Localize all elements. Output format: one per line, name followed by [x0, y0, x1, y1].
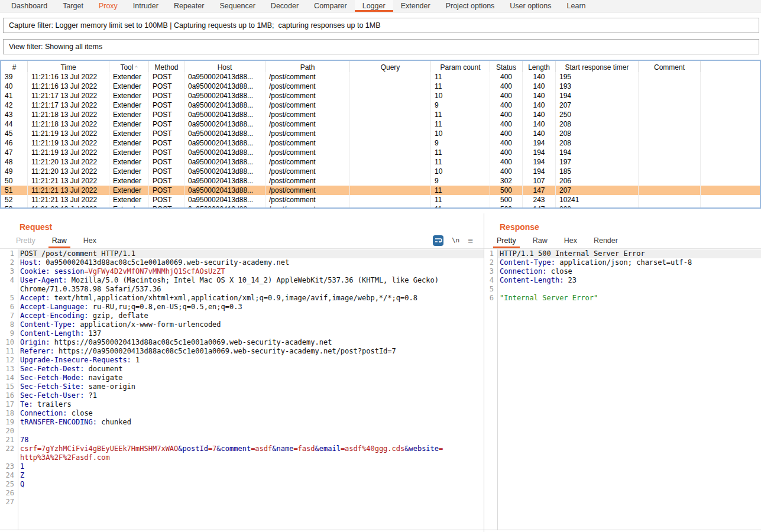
- column-header-method[interactable]: Method: [149, 61, 184, 73]
- cell-param-count: 10: [431, 167, 490, 176]
- request-tab-pretty[interactable]: Pretty: [12, 232, 39, 248]
- cell-comment: [639, 82, 701, 91]
- line-number: 6: [484, 294, 497, 303]
- cell-tool: Extender: [109, 129, 149, 138]
- column-header-query[interactable]: Query: [350, 61, 431, 73]
- response-tab-render[interactable]: Render: [590, 232, 621, 248]
- top-tab-decoder[interactable]: Decoder: [263, 0, 306, 12]
- cell-time: 11:21:17 13 Jul 2022: [28, 100, 109, 110]
- column-header-time[interactable]: Time: [28, 61, 109, 73]
- editor-line: 18Connection: close: [0, 409, 484, 418]
- cell-path: /post/comment: [265, 82, 350, 91]
- column-header-path[interactable]: Path: [265, 61, 350, 73]
- top-tab-learn[interactable]: Learn: [559, 0, 594, 12]
- column-header-status[interactable]: Status: [490, 61, 523, 73]
- request-editor[interactable]: 1POST /post/comment HTTP/1.12Host: 0a950…: [0, 249, 484, 530]
- table-row[interactable]: 4411:21:18 13 Jul 2022ExtenderPOST0a9500…: [1, 119, 760, 129]
- top-tab-comparer[interactable]: Comparer: [306, 0, 355, 12]
- column-header-comment[interactable]: Comment: [639, 61, 701, 73]
- capture-filter-bar[interactable]: Capture filter: Logger memory limit set …: [3, 18, 759, 33]
- table-row[interactable]: 4911:21:20 13 Jul 2022ExtenderPOST0a9500…: [1, 167, 760, 176]
- view-filter-bar[interactable]: View filter: Showing all items: [3, 39, 759, 54]
- editor-line: 27: [0, 498, 484, 507]
- cell-status: 400: [490, 129, 523, 138]
- column-header-param-count[interactable]: Param count: [431, 61, 490, 73]
- response-tab-raw[interactable]: Raw: [529, 232, 551, 248]
- table-row[interactable]: 4211:21:17 13 Jul 2022ExtenderPOST0a9500…: [1, 100, 760, 110]
- cell-start-response-timer: 208: [556, 129, 639, 138]
- table-row[interactable]: 5211:21:21 13 Jul 2022ExtenderPOST0a9500…: [1, 195, 760, 205]
- table-row[interactable]: 5311:21:22 13 Jul 2022ExtenderPOST0a9500…: [1, 205, 760, 209]
- editor-line: 15Sec-Fetch-Site: same-origin: [0, 382, 484, 391]
- top-tab-user-options[interactable]: User options: [502, 0, 559, 12]
- table-row[interactable]: 4711:21:19 13 Jul 2022ExtenderPOST0a9500…: [1, 148, 760, 157]
- menu-icon[interactable]: ≡: [468, 236, 473, 245]
- cell-host: 0a9500020413d88...: [184, 176, 265, 186]
- cell-method: POST: [149, 110, 184, 119]
- column-header-start-response-timer[interactable]: Start response timer: [556, 61, 639, 73]
- cell-length: 140: [523, 82, 556, 91]
- editor-line: 12Upgrade-Insecure-Requests: 1: [0, 356, 484, 365]
- top-tab-project-options[interactable]: Project options: [438, 0, 503, 12]
- top-tab-extender[interactable]: Extender: [393, 0, 438, 12]
- line-number: 11: [0, 347, 18, 356]
- cell-param-count: 11: [431, 186, 490, 195]
- cell-#: 51: [1, 186, 28, 195]
- table-row[interactable]: 3911:21:16 13 Jul 2022ExtenderPOST0a9500…: [1, 72, 760, 82]
- response-panel: Response PrettyRawHexRender 1HTTP/1.1 50…: [484, 209, 761, 532]
- cell-path: /post/comment: [265, 176, 350, 186]
- gutter-divider: [18, 249, 18, 530]
- top-tab-logger[interactable]: Logger: [355, 0, 393, 12]
- table-filler-column: [701, 195, 760, 205]
- editor-line: 19tRANSFER-ENCODING: chunked: [0, 418, 484, 427]
- cell-method: POST: [149, 157, 184, 167]
- cell-length: 140: [523, 119, 556, 129]
- soft-wrap-icon[interactable]: [433, 235, 443, 246]
- line-number: 22: [0, 445, 18, 453]
- line-number: 25: [0, 480, 18, 489]
- cell-comment: [639, 176, 701, 186]
- table-row[interactable]: 5111:21:21 13 Jul 2022ExtenderPOST0a9500…: [1, 186, 760, 195]
- editor-line: 6"Internal Server Error": [484, 294, 761, 303]
- top-tab-dashboard[interactable]: Dashboard: [4, 0, 55, 12]
- line-number: 6: [0, 303, 18, 312]
- response-tab-pretty[interactable]: Pretty: [493, 232, 520, 248]
- cell-query: [350, 138, 431, 148]
- table-row[interactable]: 4511:21:19 13 Jul 2022ExtenderPOST0a9500…: [1, 129, 760, 138]
- table-row[interactable]: 5011:21:21 13 Jul 2022ExtenderPOST0a9500…: [1, 176, 760, 186]
- top-tab-proxy[interactable]: Proxy: [91, 0, 125, 12]
- response-tab-hex[interactable]: Hex: [561, 232, 581, 248]
- line-text: Host: 0a9500020413d88ac08c5c1e001a0069.w…: [18, 258, 484, 267]
- table-row[interactable]: 4111:21:17 13 Jul 2022ExtenderPOST0a9500…: [1, 91, 760, 100]
- cell-status: 400: [490, 167, 523, 176]
- cell-length: 194: [523, 157, 556, 167]
- gutter-divider: [497, 249, 498, 530]
- request-tab-raw[interactable]: Raw: [48, 232, 70, 248]
- cell-path: /post/comment: [265, 72, 350, 82]
- line-number: 4: [0, 276, 18, 285]
- editor-line: 25Q: [0, 480, 484, 489]
- column-header-host[interactable]: Host: [184, 61, 265, 73]
- editor-line: 14Sec-Fetch-Mode: navigate: [0, 374, 484, 382]
- table-row[interactable]: 4611:21:19 13 Jul 2022ExtenderPOST0a9500…: [1, 138, 760, 148]
- newline-icon[interactable]: \n: [452, 236, 459, 244]
- line-text: [497, 285, 761, 294]
- cell-path: /post/comment: [265, 167, 350, 176]
- column-header-tool[interactable]: Tool^: [109, 61, 149, 73]
- cell-tool: Extender: [109, 119, 149, 129]
- column-header-#[interactable]: #: [1, 61, 28, 73]
- table-row[interactable]: 4011:21:16 13 Jul 2022ExtenderPOST0a9500…: [1, 82, 760, 91]
- table-row[interactable]: 4311:21:18 13 Jul 2022ExtenderPOST0a9500…: [1, 110, 760, 119]
- request-tab-hex[interactable]: Hex: [80, 232, 100, 248]
- line-number: 16: [0, 391, 18, 400]
- top-tab-sequencer[interactable]: Sequencer: [212, 0, 263, 12]
- table-row[interactable]: 4811:21:20 13 Jul 2022ExtenderPOST0a9500…: [1, 157, 760, 167]
- cell-query: [350, 129, 431, 138]
- top-tab-repeater[interactable]: Repeater: [166, 0, 212, 12]
- top-tab-target[interactable]: Target: [55, 0, 91, 12]
- response-editor[interactable]: 1HTTP/1.1 500 Internal Server Error2Cont…: [484, 249, 761, 530]
- column-header-length[interactable]: Length: [523, 61, 556, 73]
- table-filler-column: [701, 157, 760, 167]
- top-tab-intruder[interactable]: Intruder: [125, 0, 166, 12]
- request-tabs: PrettyRawHex \n ≡: [0, 232, 484, 249]
